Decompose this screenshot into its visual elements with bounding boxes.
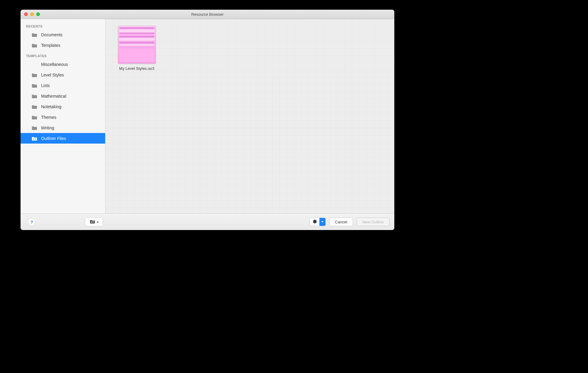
sidebar-item-miscellaneous[interactable]: Miscellaneous bbox=[21, 59, 105, 70]
file-item[interactable]: My Level Styles.oo3 bbox=[113, 26, 160, 71]
button-label: Cancel bbox=[335, 220, 347, 224]
sidebar-item-documents[interactable]: Documents bbox=[21, 29, 105, 40]
sidebar-item-writing[interactable]: Writing bbox=[21, 122, 105, 133]
minimize-window-button[interactable] bbox=[30, 12, 34, 16]
sidebar-item-mathematical[interactable]: Mathematical bbox=[21, 91, 105, 101]
content-area[interactable]: My Level Styles.oo3 bbox=[105, 19, 394, 213]
sidebar-item-label: Mathematical bbox=[41, 94, 66, 99]
resource-browser-window: Resource Browser RECENTS Documents Templ… bbox=[21, 10, 394, 230]
zoom-window-button[interactable] bbox=[36, 12, 40, 16]
folder-icon bbox=[31, 125, 37, 130]
window-controls bbox=[24, 12, 40, 16]
sidebar-item-label: Level Styles bbox=[41, 73, 64, 77]
sidebar-item-label: Writing bbox=[41, 125, 54, 130]
sidebar-item-label: Lists bbox=[41, 83, 50, 88]
folder-icon bbox=[31, 73, 37, 77]
file-name-label: My Level Styles.oo3 bbox=[113, 66, 160, 71]
chevron-down-icon bbox=[321, 220, 324, 224]
sidebar-item-label: Outliner Files bbox=[41, 136, 66, 141]
folder-icon bbox=[31, 104, 37, 109]
sidebar-item-label: Documents bbox=[41, 32, 63, 37]
action-menu-button[interactable] bbox=[309, 218, 326, 226]
help-button[interactable]: ? bbox=[28, 218, 36, 226]
sidebar-section-header: TEMPLATES bbox=[21, 50, 105, 59]
button-label: New Outline bbox=[362, 220, 384, 224]
sidebar-item-label: Notetaking bbox=[41, 104, 61, 109]
folder-icon bbox=[31, 115, 37, 120]
footer-toolbar: ? + bbox=[21, 213, 394, 230]
sidebar: RECENTS Documents Templates TEMPLATES bbox=[21, 19, 105, 213]
new-outline-button: New Outline bbox=[357, 218, 389, 226]
sidebar-item-templates[interactable]: Templates bbox=[21, 40, 105, 50]
sidebar-item-outliner-files[interactable]: Outliner Files bbox=[21, 133, 105, 144]
folder-icon bbox=[31, 32, 37, 37]
sidebar-item-label: Templates bbox=[41, 43, 60, 48]
plus-icon: + bbox=[96, 220, 99, 224]
folder-icon bbox=[31, 94, 37, 99]
add-linked-folder-button[interactable]: + bbox=[85, 217, 103, 226]
help-icon: ? bbox=[30, 219, 33, 225]
close-window-button[interactable] bbox=[24, 12, 28, 16]
linked-folder-icon bbox=[31, 136, 37, 141]
linked-folder-icon bbox=[89, 219, 96, 225]
sidebar-item-label: Miscellaneous bbox=[41, 62, 68, 67]
window-title: Resource Browser bbox=[21, 12, 394, 17]
cancel-button[interactable]: Cancel bbox=[329, 218, 353, 226]
folder-icon bbox=[31, 83, 37, 88]
folder-icon bbox=[31, 43, 37, 48]
sidebar-item-label: Themes bbox=[41, 115, 57, 120]
sidebar-item-lists[interactable]: Lists bbox=[21, 80, 105, 91]
sidebar-item-notetaking[interactable]: Notetaking bbox=[21, 101, 105, 112]
titlebar: Resource Browser bbox=[21, 10, 394, 19]
sidebar-item-level-styles[interactable]: Level Styles bbox=[21, 70, 105, 80]
sidebar-section-header: RECENTS bbox=[21, 21, 105, 29]
sidebar-item-themes[interactable]: Themes bbox=[21, 112, 105, 122]
file-thumbnail bbox=[118, 26, 156, 64]
gear-icon bbox=[312, 219, 317, 225]
